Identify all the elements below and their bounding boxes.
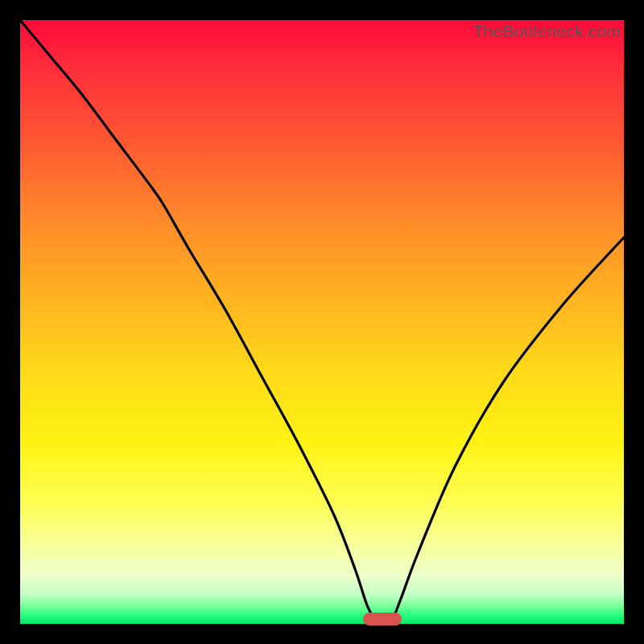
plot-frame: TheBottleneck.com bbox=[20, 20, 624, 624]
minimum-marker bbox=[363, 613, 402, 625]
bottleneck-curve bbox=[20, 20, 624, 624]
